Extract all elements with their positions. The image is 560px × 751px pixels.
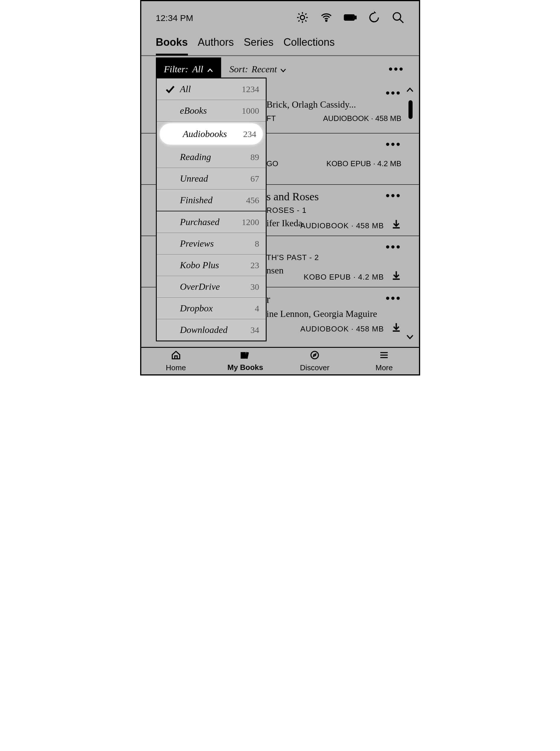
filter-option-dropbox[interactable]: Dropbox4 [157, 298, 266, 319]
filter-option-audiobooks[interactable]: Audiobooks234 [160, 123, 263, 145]
filter-option-count: 4 [255, 304, 259, 313]
wifi-icon[interactable] [320, 11, 333, 25]
menu-icon [379, 350, 389, 362]
filter-option-label: Audiobooks [183, 129, 243, 139]
svg-rect-22 [244, 352, 245, 358]
chevron-up-icon [207, 64, 213, 75]
book-more-button[interactable]: ••• [385, 240, 401, 254]
filter-option-label: Previews [180, 238, 255, 249]
svg-point-24 [311, 351, 318, 359]
filter-option-label: Purchased [180, 217, 242, 227]
filter-option-count: 456 [246, 195, 259, 205]
filter-option-count: 1200 [242, 217, 259, 227]
svg-point-0 [300, 16, 304, 20]
filter-option-count: 89 [251, 152, 259, 162]
nav-more[interactable]: More [349, 348, 419, 374]
home-icon [171, 350, 181, 362]
filter-option-unread[interactable]: Unread67 [157, 168, 266, 190]
search-icon[interactable] [392, 11, 404, 25]
nav-label: Discover [300, 363, 329, 372]
tab-authors[interactable]: Authors [198, 36, 234, 55]
nav-my-books[interactable]: My Books [211, 348, 280, 374]
filter-option-label: Downloaded [180, 325, 251, 335]
compass-icon [310, 350, 320, 362]
filter-option-count: 67 [251, 174, 259, 184]
nav-label: My Books [227, 363, 263, 372]
filter-option-label: eBooks [180, 105, 242, 116]
filter-option-label: All [180, 84, 242, 94]
book-line-fragment: GO [266, 159, 278, 168]
filter-option-kobo-plus[interactable]: Kobo Plus23 [157, 254, 266, 276]
book-more-button[interactable]: ••• [385, 189, 401, 203]
book-more-button[interactable]: ••• [385, 138, 401, 151]
svg-line-6 [305, 20, 306, 22]
filter-option-ebooks[interactable]: eBooks1000 [157, 100, 266, 121]
filter-option-purchased[interactable]: Purchased1200 [157, 211, 266, 233]
svg-rect-12 [355, 16, 356, 19]
filter-option-overdrive[interactable]: OverDrive30 [157, 276, 266, 298]
filter-option-all[interactable]: All1234 [157, 78, 266, 100]
status-bar: 12:34 PM [141, 1, 419, 31]
filter-option-label: Reading [180, 152, 251, 162]
svg-point-13 [393, 13, 401, 20]
svg-line-5 [298, 14, 300, 15]
books-icon [240, 350, 250, 362]
filter-option-label: OverDrive [180, 281, 251, 292]
filter-option-count: 1000 [242, 106, 259, 116]
library-tabs: Books Authors Series Collections [141, 31, 419, 56]
filter-option-count: 1234 [242, 84, 259, 94]
status-icons [296, 11, 404, 25]
view-options-button[interactable]: ••• [388, 62, 404, 76]
svg-rect-11 [345, 16, 353, 20]
battery-icon[interactable] [344, 11, 357, 25]
svg-line-7 [298, 20, 300, 22]
filter-option-label: Finished [180, 195, 246, 206]
svg-line-14 [399, 19, 403, 23]
book-line-fragment: FT [266, 114, 276, 123]
book-meta: KOBO EPUB · 4.2 MB [304, 273, 384, 282]
filter-option-count: 234 [243, 129, 256, 139]
status-time: 12:34 PM [156, 13, 193, 23]
nav-home[interactable]: Home [141, 348, 211, 374]
filter-option-count: 34 [251, 325, 259, 335]
scroll-up-button[interactable] [405, 86, 414, 96]
filter-option-count: 23 [251, 261, 259, 270]
download-icon[interactable] [391, 219, 401, 230]
device-frame: 12:34 PM Books Authors Series Collection… [140, 0, 420, 376]
filter-option-count: 30 [251, 282, 259, 292]
filter-value: All [192, 64, 203, 75]
download-icon[interactable] [391, 270, 401, 282]
sort-value: Recent [252, 64, 277, 75]
nav-label: More [376, 363, 393, 372]
download-icon[interactable] [391, 322, 401, 333]
svg-rect-21 [241, 352, 243, 358]
filter-option-label: Kobo Plus [180, 260, 251, 271]
filter-option-label: Unread [180, 173, 251, 184]
book-meta: AUDIOBOOK · 458 MB [300, 325, 384, 333]
book-more-button[interactable]: ••• [385, 86, 401, 100]
sync-icon[interactable] [368, 11, 381, 25]
book-more-button[interactable]: ••• [385, 291, 401, 305]
filter-option-previews[interactable]: Previews8 [157, 233, 266, 254]
tab-series[interactable]: Series [244, 36, 274, 55]
sort-button[interactable]: Sort: Recent [229, 64, 286, 75]
filter-option-reading[interactable]: Reading89 [157, 146, 266, 168]
nav-discover[interactable]: Discover [280, 348, 349, 374]
sort-prefix: Sort: [229, 64, 248, 75]
filter-dropdown: All1234eBooks1000Audiobooks234Reading89U… [156, 78, 266, 341]
filter-option-label: Dropbox [180, 303, 255, 314]
filter-option-downloaded[interactable]: Downloaded34 [157, 319, 266, 341]
svg-point-9 [325, 20, 327, 21]
tab-collections[interactable]: Collections [283, 36, 335, 55]
filter-option-finished[interactable]: Finished456 [157, 190, 266, 211]
scrollbar-thumb[interactable] [408, 100, 413, 119]
book-meta: AUDIOBOOK · 458 MB [323, 114, 404, 123]
scroll-down-button[interactable] [405, 332, 414, 342]
nav-label: Home [166, 363, 186, 372]
brightness-icon[interactable] [296, 11, 309, 25]
bottom-nav: Home My Books Discover More [141, 347, 419, 374]
svg-line-8 [305, 14, 306, 15]
check-icon [163, 84, 177, 94]
chevron-down-icon [280, 64, 286, 75]
tab-books[interactable]: Books [156, 36, 188, 55]
